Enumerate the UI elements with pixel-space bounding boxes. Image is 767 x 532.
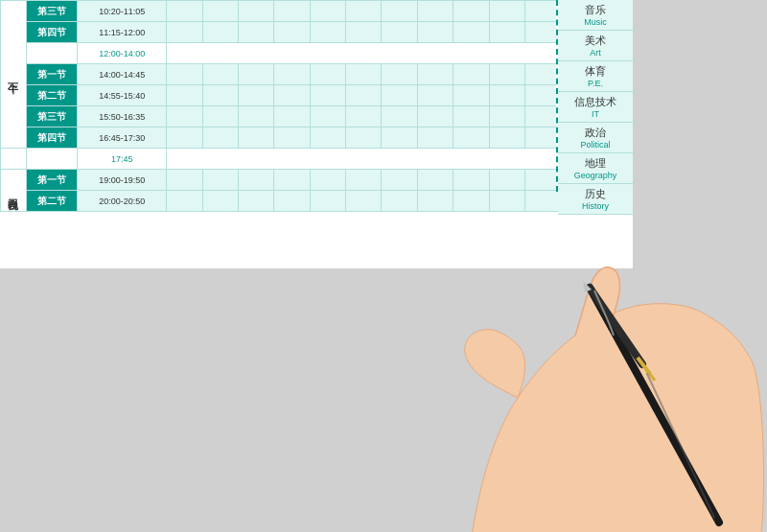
table-row: 第二节 14:55-15:40 bbox=[1, 85, 633, 106]
svg-line-3 bbox=[642, 364, 655, 381]
subject-sidebar: 音乐 Music 美术 Art 体育 P.E. 信息技术 IT 政治 Polit… bbox=[556, 0, 633, 192]
time-cell: 14:00-14:45 bbox=[78, 64, 167, 85]
table-row: 第二节 20:00-20:50 bbox=[1, 191, 633, 212]
subject-zh: 音乐 bbox=[562, 3, 629, 17]
subject-en: History bbox=[562, 201, 629, 211]
subject-pe: 体育 P.E. bbox=[558, 61, 633, 92]
svg-line-2 bbox=[638, 358, 650, 374]
break-label: 中午 bbox=[26, 43, 77, 64]
subject-history: 历史 History bbox=[558, 184, 633, 215]
time-cell: 12:00-14:00 bbox=[78, 43, 167, 64]
table-row: 第一节 14:00-14:45 bbox=[1, 64, 633, 85]
subject-en: Geography bbox=[562, 171, 629, 180]
table-row: 第三节 15:50-16:35 bbox=[1, 106, 633, 127]
subject-en: Political bbox=[562, 140, 629, 150]
subject-zh: 历史 bbox=[562, 187, 629, 201]
time-cell: 20:00-20:50 bbox=[78, 191, 167, 212]
subject-zh: 地理 bbox=[562, 156, 629, 171]
section-label-afternoon: 下午 bbox=[1, 1, 27, 149]
table-row-dismissal: 放学 17:45 bbox=[1, 149, 633, 170]
table-row: 下午 第三节 10:20-11:05 bbox=[1, 1, 633, 22]
subject-political: 政治 Political bbox=[558, 123, 633, 153]
time-cell: 17:45 bbox=[78, 149, 167, 170]
time-cell: 10:20-11:05 bbox=[78, 1, 167, 22]
period-label: 第三节 bbox=[26, 106, 77, 127]
time-cell: 15:50-16:35 bbox=[78, 106, 167, 127]
schedule-table: 下午 第三节 10:20-11:05 第四节 11:15-12:00 bbox=[0, 0, 633, 212]
period-label: 第一节 bbox=[26, 64, 77, 85]
subject-art: 美术 Art bbox=[558, 31, 633, 61]
period-label: 第四节 bbox=[26, 22, 77, 43]
table-row: 晚自习 第一节 19:00-19:50 bbox=[1, 170, 633, 191]
subject-en: Art bbox=[562, 48, 629, 58]
subject-zh: 信息技术 bbox=[562, 95, 629, 109]
table-row-break: 中午 12:00-14:00 bbox=[1, 43, 633, 64]
subject-geography: 地理 Geography bbox=[558, 153, 633, 184]
svg-line-0 bbox=[590, 288, 719, 522]
time-cell: 11:15-12:00 bbox=[78, 22, 167, 43]
subject-zh: 美术 bbox=[562, 34, 629, 48]
subject-zh: 政治 bbox=[562, 126, 629, 140]
spreadsheet: 下午 第三节 10:20-11:05 第四节 11:15-12:00 bbox=[0, 0, 633, 268]
section-label-evening: 晚自习 bbox=[1, 170, 27, 212]
subject-en: P.E. bbox=[562, 79, 629, 88]
period-label: 第三节 bbox=[26, 1, 77, 22]
time-cell: 14:55-15:40 bbox=[78, 85, 167, 106]
table-row: 第四节 11:15-12:00 bbox=[1, 22, 633, 43]
dismissal-label: 放学 bbox=[26, 149, 77, 170]
subject-en: IT bbox=[562, 109, 629, 119]
subject-music: 音乐 Music bbox=[558, 0, 633, 31]
time-cell: 16:45-17:30 bbox=[78, 127, 167, 149]
subject-en: Music bbox=[562, 17, 629, 27]
table-row: 第四节 16:45-17:30 bbox=[1, 127, 633, 149]
time-cell: 19:00-19:50 bbox=[78, 170, 167, 191]
subject-it: 信息技术 IT bbox=[558, 92, 633, 123]
svg-line-4 bbox=[647, 374, 714, 518]
period-label: 第二节 bbox=[26, 85, 77, 106]
period-label: 第四节 bbox=[26, 127, 77, 149]
period-label: 第一节 bbox=[26, 170, 77, 191]
period-label: 第二节 bbox=[26, 191, 77, 212]
svg-line-1 bbox=[590, 288, 642, 364]
subject-zh: 体育 bbox=[562, 64, 629, 79]
